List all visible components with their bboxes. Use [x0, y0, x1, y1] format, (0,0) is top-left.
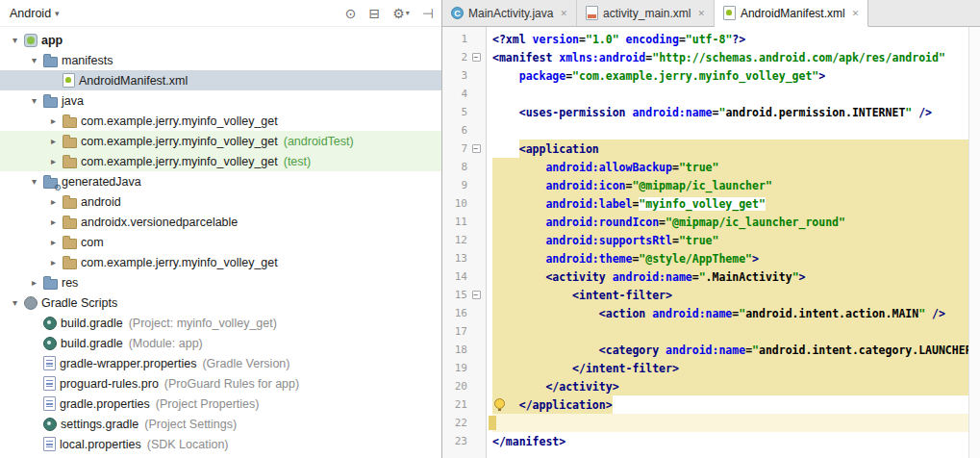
- editor-tab[interactable]: activity_main.xml✕: [577, 0, 715, 26]
- close-icon[interactable]: ✕: [697, 9, 705, 18]
- line-number: 11: [442, 216, 467, 228]
- tree-item[interactable]: ▾manifests: [0, 50, 441, 70]
- tab-label: activity_main.xml: [603, 7, 691, 20]
- tree-item[interactable]: ▸com.example.jerry.myinfo_volley_get(and…: [0, 131, 441, 151]
- settings-gear-icon[interactable]: ⚙▾: [392, 6, 410, 21]
- code-line[interactable]: [492, 85, 968, 103]
- code-line[interactable]: </manifest>: [492, 432, 968, 450]
- editor-code[interactable]: <?xml version="1.0" encoding="utf-8"?><m…: [487, 27, 968, 458]
- code-line[interactable]: <uses-permission android:name="android.p…: [492, 103, 968, 121]
- tree-item[interactable]: local.properties(SDK Location): [0, 434, 441, 454]
- tree-item[interactable]: ▸com.example.jerry.myinfo_volley_get: [0, 111, 441, 131]
- code-token: [492, 106, 519, 119]
- app-module-icon: [24, 34, 38, 47]
- tree-item-annotation: (test): [284, 155, 311, 168]
- tree-item-label: com.example.jerry.myinfo_volley_get: [81, 256, 278, 269]
- line-number: 16: [442, 307, 467, 319]
- tree-item-label: app: [41, 34, 63, 47]
- tree-item[interactable]: ▸com: [0, 232, 441, 252]
- intention-bulb-icon[interactable]: [494, 398, 505, 409]
- code-line[interactable]: android:label="myinfo_volley_get": [492, 194, 968, 213]
- code-token: <application: [519, 142, 599, 156]
- tree-item-annotation: (ProGuard Rules for app): [164, 377, 299, 391]
- code-token: ?>: [732, 33, 745, 46]
- tree-item-annotation: (Project Properties): [156, 397, 260, 411]
- tree-item-label: com.example.jerry.myinfo_volley_get: [81, 114, 278, 128]
- code-line[interactable]: <intent-filter>: [492, 286, 968, 304]
- chevron-down-icon[interactable]: ▾: [27, 95, 41, 106]
- tree-item[interactable]: ▸android: [0, 191, 441, 212]
- code-line[interactable]: <category android:name="android.intent.c…: [492, 341, 968, 359]
- tree-item[interactable]: ▾app: [0, 30, 441, 50]
- chevron-down-icon[interactable]: ▾: [27, 176, 41, 187]
- code-line[interactable]: </activity>: [492, 377, 968, 395]
- code-line[interactable]: android:icon="@mipmap/ic_launcher": [492, 176, 968, 194]
- locate-file-icon[interactable]: ⊙: [345, 6, 357, 21]
- tree-item[interactable]: ▸androidx.versionedparcelable: [0, 212, 441, 232]
- chevron-right-icon[interactable]: ▸: [27, 277, 41, 288]
- code-line[interactable]: [492, 322, 968, 341]
- tree-item[interactable]: ▸com.example.jerry.myinfo_volley_get: [0, 252, 441, 272]
- close-icon[interactable]: ✕: [560, 9, 567, 18]
- code-token: "http://schemas.android.com/apk/res/andr…: [652, 51, 945, 64]
- chevron-right-icon[interactable]: ▸: [46, 115, 61, 126]
- code-line[interactable]: <action android:name="android.intent.act…: [492, 304, 968, 322]
- collapse-all-icon[interactable]: ⊟: [368, 6, 380, 21]
- chevron-right-icon[interactable]: ▸: [46, 237, 61, 247]
- code-line[interactable]: </intent-filter>: [492, 359, 968, 377]
- chevron-right-icon[interactable]: ▸: [46, 216, 61, 227]
- chevron-right-icon[interactable]: ▸: [46, 257, 61, 267]
- chevron-right-icon[interactable]: ▸: [46, 196, 61, 207]
- tree-item[interactable]: ▾java: [0, 90, 441, 111]
- chevron-right-icon[interactable]: ▸: [46, 136, 61, 146]
- tree-item[interactable]: build.gradle(Project: myinfo_volley_get): [0, 313, 441, 333]
- gradle-icon: [24, 296, 38, 310]
- properties-file-icon: [43, 356, 56, 370]
- tree-item[interactable]: settings.gradle(Project Settings): [0, 414, 441, 434]
- code-line[interactable]: <application: [492, 140, 968, 158]
- tab-label: MainActivity.java: [468, 7, 553, 20]
- code-line[interactable]: android:roundIcon="@mipmap/ic_launcher_r…: [492, 213, 968, 231]
- chevron-right-icon[interactable]: ▸: [46, 156, 61, 166]
- code-token: [492, 252, 545, 266]
- fold-collapse-icon[interactable]: −: [472, 144, 481, 153]
- chevron-down-icon: ▾: [406, 9, 410, 17]
- code-line[interactable]: android:theme="@style/AppTheme">: [492, 249, 968, 267]
- code-line[interactable]: package="com.example.jerry.myinfo_volley…: [492, 66, 968, 85]
- code-line[interactable]: android:allowBackup="true": [492, 158, 968, 176]
- project-view-selector[interactable]: Android ▾: [10, 7, 60, 20]
- tree-item[interactable]: ▾Gradle Scripts: [0, 293, 441, 313]
- fold-collapse-icon[interactable]: −: [472, 53, 481, 62]
- code-token: [492, 289, 572, 302]
- code-token: version: [533, 33, 579, 46]
- tree-item[interactable]: ▸com.example.jerry.myinfo_volley_get(tes…: [0, 151, 441, 171]
- code-line[interactable]: <?xml version="1.0" encoding="utf-8"?>: [492, 30, 968, 48]
- editor-scrollbar[interactable]: [968, 27, 980, 458]
- code-line[interactable]: </application>: [492, 395, 968, 414]
- code-token: "@style/AppTheme": [639, 252, 752, 266]
- tree-item[interactable]: AndroidManifest.xml: [0, 70, 441, 90]
- editor-tab[interactable]: CMainActivity.java✕: [442, 0, 577, 26]
- fold-collapse-icon[interactable]: −: [472, 291, 481, 299]
- code-line[interactable]: android:supportsRtl="true": [492, 231, 968, 249]
- tree-item[interactable]: gradle-wrapper.properties(Gradle Version…: [0, 353, 441, 373]
- tree-item[interactable]: ▾generatedJava: [0, 171, 441, 191]
- code-line[interactable]: [492, 121, 968, 140]
- line-number: 3: [442, 69, 467, 82]
- package-icon: [63, 138, 77, 148]
- tree-item[interactable]: build.gradle(Module: app): [0, 333, 441, 353]
- code-token: [492, 142, 519, 156]
- code-line[interactable]: <activity android:name=".MainActivity">: [492, 267, 968, 286]
- chevron-down-icon[interactable]: ▾: [8, 297, 22, 308]
- chevron-down-icon[interactable]: ▾: [8, 35, 22, 45]
- tree-item[interactable]: gradle.properties(Project Properties): [0, 394, 441, 414]
- line-number: 14: [442, 270, 467, 283]
- code-line[interactable]: [492, 414, 968, 432]
- tree-item[interactable]: proguard-rules.pro(ProGuard Rules for ap…: [0, 373, 441, 394]
- close-icon[interactable]: ✕: [852, 9, 860, 18]
- hide-panel-icon[interactable]: ⊣: [422, 6, 434, 21]
- chevron-down-icon[interactable]: ▾: [27, 55, 41, 65]
- code-line[interactable]: <manifest xmlns:android="http://schemas.…: [492, 48, 968, 66]
- editor-tab[interactable]: AndroidManifest.xml✕: [715, 0, 868, 27]
- tree-item[interactable]: ▸res: [0, 272, 441, 293]
